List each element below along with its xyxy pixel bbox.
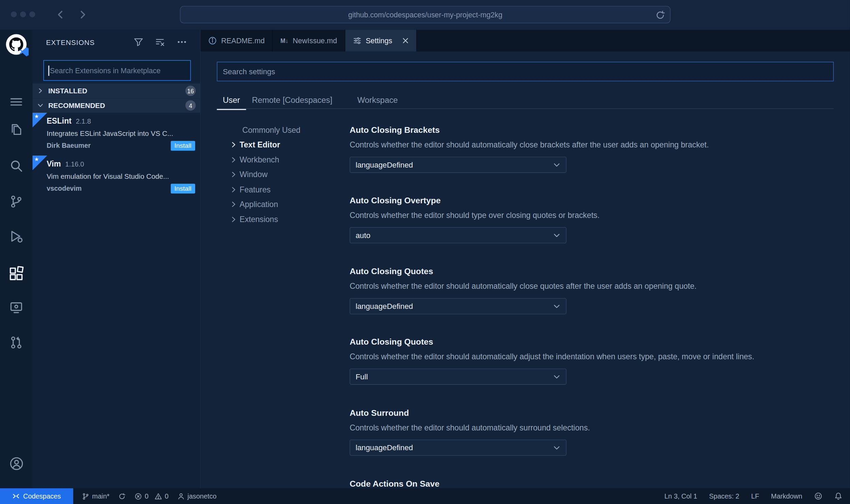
extension-item-vim[interactable]: ★ Vim 1.16.0 Vim emulation for Visual St…: [33, 156, 201, 199]
chevron-down-icon: [553, 373, 561, 380]
chevron-right-icon: [228, 216, 240, 223]
browser-chrome: github.com/codespaces/user-my-project-mg…: [0, 0, 850, 30]
notifications-bell-icon[interactable]: [834, 492, 843, 500]
install-button[interactable]: Install: [171, 141, 195, 151]
toc-label: Application: [240, 200, 278, 209]
status-bar-right: Ln 3, Col 1 Spaces: 2 LF Markdown: [664, 492, 843, 500]
codespaces-remote-button[interactable]: Codespaces: [0, 488, 73, 504]
setting-dropdown[interactable]: Full: [350, 368, 567, 385]
setting-auto-closing-quotes: Auto Closing Quotes Controls whether the…: [350, 266, 834, 314]
toc-extensions[interactable]: Extensions: [228, 212, 342, 227]
toc-label: Commonly Used: [242, 126, 301, 134]
extension-version: 1.16.0: [65, 160, 84, 168]
more-actions-icon[interactable]: [177, 37, 187, 47]
indentation[interactable]: Spaces: 2: [709, 492, 739, 500]
setting-dropdown[interactable]: auto: [350, 227, 567, 243]
git-branch-icon: [82, 492, 89, 500]
warning-icon: [155, 492, 162, 500]
extensions-search-box[interactable]: [43, 60, 191, 81]
explorer-icon[interactable]: [0, 123, 33, 137]
problems-status[interactable]: 0 0: [135, 492, 169, 500]
pull-requests-icon[interactable]: [0, 335, 33, 349]
remote-explorer-icon[interactable]: [0, 300, 33, 314]
extension-description: Integrates ESLint JavaScript into VS C..…: [47, 129, 196, 138]
install-button[interactable]: Install: [171, 184, 195, 193]
extension-author: vscodevim: [47, 185, 82, 192]
setting-dropdown[interactable]: languageDefined: [350, 298, 567, 314]
setting-auto-closing-brackets: Auto Closing Brackets Controls whether t…: [350, 125, 834, 173]
filter-icon[interactable]: [133, 37, 144, 47]
sync-status[interactable]: [118, 492, 126, 500]
extension-name: ESLint: [47, 116, 72, 125]
language-mode[interactable]: Markdown: [771, 492, 802, 500]
extension-item-eslint[interactable]: ★ ESLint 2.1.8 Integrates ESLint JavaScr…: [33, 113, 201, 156]
account-icon[interactable]: [0, 456, 33, 471]
chevron-down-icon: [37, 103, 44, 109]
setting-auto-indent: Auto Closing Quotes Controls whether the…: [350, 336, 834, 385]
toc-label: Extensions: [240, 215, 278, 223]
tab-newissue[interactable]: M↓ NewIssue.md: [273, 30, 345, 52]
chevron-down-icon: [553, 444, 561, 451]
person-icon: [177, 492, 185, 500]
eol-sequence[interactable]: LF: [751, 492, 759, 500]
toc-features[interactable]: Features: [228, 182, 342, 197]
setting-dropdown-value: languageDefined: [356, 443, 413, 452]
featured-star-icon: ★: [34, 113, 39, 120]
feedback-icon[interactable]: [814, 492, 822, 500]
search-icon[interactable]: [0, 159, 33, 173]
extension-name: Vim: [47, 159, 61, 168]
toc-window[interactable]: Window: [228, 167, 342, 182]
menu-icon[interactable]: [0, 95, 33, 109]
vscode-icon: [19, 47, 29, 56]
extension-header: ESLint 2.1.8: [47, 116, 91, 125]
reload-icon[interactable]: [655, 10, 665, 20]
tab-readme[interactable]: README.md: [201, 30, 273, 52]
address-bar[interactable]: github.com/codespaces/user-my-project-mg…: [180, 6, 671, 23]
section-count-badge: 4: [185, 100, 195, 110]
tab-label: Settings: [366, 36, 392, 45]
github-user-status[interactable]: jasonetco: [177, 492, 216, 500]
extension-header: Vim 1.16.0: [47, 159, 84, 168]
forward-button[interactable]: [76, 8, 89, 21]
toc-label: Features: [240, 185, 271, 194]
scope-tabs-divider: [217, 108, 834, 109]
cursor-position[interactable]: Ln 3, Col 1: [664, 492, 697, 500]
window-close-button[interactable]: [11, 11, 17, 17]
window-minimize-button[interactable]: [20, 11, 26, 17]
source-control-icon[interactable]: [0, 194, 33, 208]
section-installed[interactable]: INSTALLED 16: [33, 83, 201, 98]
scope-tab-workspace[interactable]: Workspace: [351, 93, 404, 110]
toc-text-editor[interactable]: Text Editor: [228, 137, 342, 152]
branch-status[interactable]: main*: [82, 492, 109, 500]
settings-search-input[interactable]: [217, 62, 833, 81]
setting-title: Code Actions On Save: [350, 478, 834, 489]
warning-count: 0: [165, 492, 169, 500]
setting-dropdown[interactable]: languageDefined: [350, 440, 567, 456]
tab-settings[interactable]: Settings: [345, 30, 417, 52]
close-icon[interactable]: [402, 37, 408, 44]
setting-dropdown-value: Full: [356, 372, 368, 381]
back-button[interactable]: [54, 8, 67, 21]
extensions-search-input[interactable]: [44, 61, 190, 80]
extensions-icon[interactable]: [0, 266, 33, 281]
window-zoom-button[interactable]: [29, 11, 35, 17]
settings-scope-tabs: User Remote [Codespaces] Workspace: [217, 93, 404, 110]
scope-tab-user[interactable]: User: [217, 93, 246, 110]
setting-dropdown[interactable]: languageDefined: [350, 157, 567, 173]
clear-search-results-icon[interactable]: [155, 37, 165, 47]
settings-search-box[interactable]: [217, 62, 834, 81]
scope-tab-remote[interactable]: Remote [Codespaces]: [246, 93, 338, 110]
toc-workbench[interactable]: Workbench: [228, 152, 342, 167]
github-username: jasonetco: [188, 492, 217, 500]
run-and-debug-icon[interactable]: [0, 229, 33, 243]
featured-ribbon: ★: [33, 156, 47, 170]
setting-title: Auto Closing Brackets: [350, 125, 834, 136]
extensions-sidebar: EXTENSIONS INSTALLED 16 RECOMMENDED 4: [33, 30, 201, 488]
section-label: RECOMMENDED: [48, 101, 105, 110]
toc-commonly-used[interactable]: Commonly Used: [228, 123, 342, 138]
chevron-down-icon: [553, 232, 561, 239]
toc-application[interactable]: Application: [228, 197, 342, 212]
sync-icon: [118, 492, 126, 500]
section-recommended[interactable]: RECOMMENDED 4: [33, 98, 201, 113]
error-icon: [135, 492, 142, 500]
